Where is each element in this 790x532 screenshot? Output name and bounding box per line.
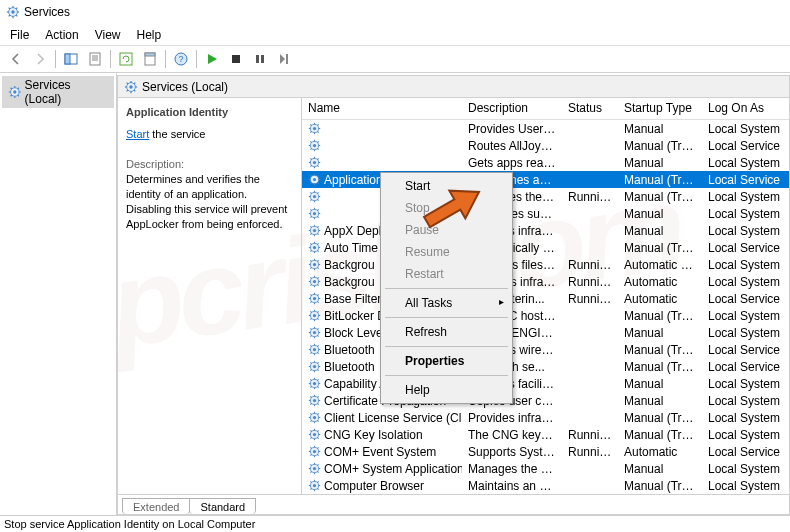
service-row[interactable]: Facilitates the ru...RunningManual (Trig… [302,188,789,205]
gear-icon [308,377,321,390]
ctx-properties[interactable]: Properties [383,350,510,372]
cell-logon: Local System [702,122,789,136]
tab-standard[interactable]: Standard [189,498,256,514]
ctx-pause[interactable]: Pause [383,219,510,241]
cell-name: Base Filter [324,292,381,306]
service-row[interactable]: Client License Service (ClipSV...Provide… [302,409,789,426]
menu-file[interactable]: File [2,26,37,44]
cell-description: Supports System ... [462,445,562,459]
gear-icon [308,173,321,186]
cell-description: Routes AllJoyn me... [462,139,562,153]
cell-startup: Manual (Trigg... [618,241,702,255]
refresh-button[interactable] [115,48,137,70]
selected-service-name: Application Identity [126,106,293,118]
column-header-status[interactable]: Status [562,98,618,119]
service-row[interactable]: Capability Access Manager S...Provides f… [302,375,789,392]
menu-action[interactable]: Action [37,26,86,44]
cell-logon: Local System [702,224,789,238]
cell-logon: Local System [702,275,789,289]
gear-icon [308,258,321,271]
service-row[interactable]: COM+ Event SystemSupports System ...Runn… [302,443,789,460]
restart-service-button[interactable] [273,48,295,70]
properties-button[interactable] [139,48,161,70]
menubar: File Action View Help [0,24,790,45]
svg-rect-22 [256,55,259,63]
toolbar: ? [0,45,790,73]
cell-name: Auto Time [324,241,378,255]
cell-logon: Local System [702,394,789,408]
service-row[interactable]: AppX DeplProvides infrastru...ManualLoca… [302,222,789,239]
menu-help[interactable]: Help [129,26,170,44]
show-hide-tree-button[interactable] [60,48,82,70]
service-row[interactable]: Provides User Acc...ManualLocal System [302,120,789,137]
ctx-start[interactable]: Start [383,175,510,197]
ctx-refresh[interactable]: Refresh [383,321,510,343]
tree-pane: Services (Local) [0,73,117,515]
cell-startup: Manual (Trigg... [618,411,702,425]
ctx-all-tasks[interactable]: All Tasks [383,292,510,314]
cell-logon: Local System [702,190,789,204]
ctx-stop[interactable]: Stop [383,197,510,219]
gear-icon [308,156,321,169]
list-pane: Name Description Status Startup Type Log… [302,98,789,494]
service-row[interactable]: BitLocker DBDESVC hosts th...Manual (Tri… [302,307,789,324]
cell-startup: Manual [618,207,702,221]
cell-startup: Manual [618,462,702,476]
service-row[interactable]: BackgrouTransfers files in t...RunningAu… [302,256,789,273]
gear-icon [124,80,138,94]
service-row[interactable]: Gets apps ready f...ManualLocal System [302,154,789,171]
start-service-link[interactable]: Start [126,128,149,140]
service-row[interactable]: Certificate PropagationCopies user certi… [302,392,789,409]
column-header-description[interactable]: Description [462,98,562,119]
nav-back-button[interactable] [5,48,27,70]
column-header-logon[interactable]: Log On As [702,98,789,119]
stop-service-button[interactable] [225,48,247,70]
list-rows[interactable]: Provides User Acc...ManualLocal SystemRo… [302,120,789,494]
cell-logon: Local Service [702,241,789,255]
service-row[interactable]: Routes AllJoyn me...Manual (Trigg...Loca… [302,137,789,154]
description-text: Determines and verifies the identity of … [126,172,293,231]
gear-icon [308,309,321,322]
pause-service-button[interactable] [249,48,271,70]
tree-item-services-local[interactable]: Services (Local) [2,76,114,108]
context-menu: Start Stop Pause Resume Restart All Task… [380,172,513,404]
service-row[interactable]: Computer BrowserMaintains an up...Manual… [302,477,789,494]
service-row[interactable]: Processes support ...ManualLocal System [302,205,789,222]
service-row[interactable]: BluetoothSupports wireless ...Manual (Tr… [302,341,789,358]
cell-status: Running [562,275,618,289]
cell-name: CNG Key Isolation [324,428,423,442]
cell-status: Running [562,445,618,459]
svg-rect-18 [145,53,155,56]
ctx-restart[interactable]: Restart [383,263,510,285]
tree-item-label: Services (Local) [25,78,108,106]
service-row[interactable]: Base FilterBase Filterin...RunningAutoma… [302,290,789,307]
gear-icon [308,275,321,288]
service-row[interactable]: BackgrouWindows infrastr...RunningAutoma… [302,273,789,290]
service-row[interactable]: Block LeveThe WBENGINE s...ManualLocal S… [302,324,789,341]
cell-status: Running [562,258,618,272]
menu-view[interactable]: View [87,26,129,44]
nav-forward-button[interactable] [29,48,51,70]
service-row[interactable]: COM+ System ApplicationManages the con..… [302,460,789,477]
cell-description: Manages the con... [462,462,562,476]
help-button[interactable]: ? [170,48,192,70]
ctx-help[interactable]: Help [383,379,510,401]
tab-extended[interactable]: Extended [122,498,190,514]
svg-rect-11 [65,54,70,64]
export-list-button[interactable] [84,48,106,70]
ctx-resume[interactable]: Resume [383,241,510,263]
cell-name: AppX Depl [324,224,381,238]
gear-icon [308,292,321,305]
start-service-button[interactable] [201,48,223,70]
service-row[interactable]: BluetoothBluetooth se...Manual (Trigg...… [302,358,789,375]
column-header-name[interactable]: Name [302,98,462,119]
service-row[interactable]: ApplicationDetermines and v...Manual (Tr… [302,171,789,188]
service-row[interactable]: Auto TimeAutomatically set...Manual (Tri… [302,239,789,256]
cell-logon: Local Service [702,445,789,459]
column-header-startup[interactable]: Startup Type [618,98,702,119]
cell-startup: Manual (Trigg... [618,343,702,357]
service-row[interactable]: CNG Key IsolationThe CNG key isol...Runn… [302,426,789,443]
gear-icon [308,343,321,356]
cell-startup: Manual [618,377,702,391]
svg-rect-16 [120,53,132,65]
